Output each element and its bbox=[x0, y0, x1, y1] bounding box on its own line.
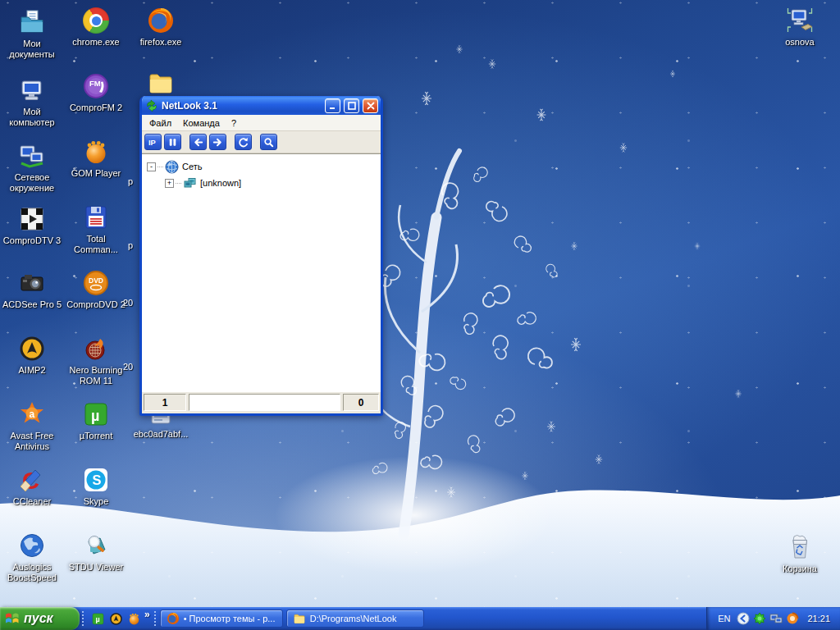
tree-node[interactable]: -Сеть bbox=[144, 158, 379, 175]
desktop-icon-skype[interactable]: SSkype bbox=[64, 466, 128, 507]
icon-label: ComproDTV 3 bbox=[3, 235, 61, 246]
folder-icon bbox=[293, 612, 306, 625]
icon-label: Корзина bbox=[783, 564, 817, 574]
network-places-icon bbox=[18, 142, 46, 170]
clock[interactable]: 21:21 bbox=[807, 614, 830, 623]
system-tray: EN 21:21 bbox=[706, 607, 840, 630]
quicklaunch-gom-player-icon[interactable] bbox=[127, 612, 141, 626]
search-button[interactable] bbox=[260, 134, 277, 150]
skype-icon: S bbox=[82, 466, 110, 494]
icon-label: Мой компьютер bbox=[0, 107, 64, 128]
language-indicator[interactable]: EN bbox=[715, 613, 733, 624]
desktop-icon-my-documents[interactable]: Мои документы bbox=[0, 8, 64, 60]
expand-expander[interactable]: + bbox=[165, 179, 174, 188]
forward-button[interactable] bbox=[209, 134, 226, 150]
svg-text:FM: FM bbox=[89, 79, 101, 88]
tree-node-label: Сеть bbox=[182, 162, 202, 171]
desktop-icon-aimp[interactable]: AIMP2 bbox=[0, 335, 64, 376]
desktop-icon-network-places[interactable]: Сетевое окружение bbox=[0, 142, 64, 194]
desktop-icon-stdu-viewer[interactable]: STDU Viewer bbox=[64, 532, 128, 573]
desktop-icon-my-computer[interactable]: Мой компьютер bbox=[0, 76, 64, 128]
desktop-icon-chrome[interactable]: chrome.exe bbox=[64, 7, 128, 48]
menu-item-1[interactable]: Файл bbox=[144, 116, 177, 130]
quicklaunch-overflow-chevron[interactable]: » bbox=[144, 607, 152, 620]
auslogics-icon bbox=[18, 532, 46, 559]
menu-item-3[interactable]: ? bbox=[226, 116, 242, 130]
start-button[interactable]: пуск bbox=[0, 607, 80, 630]
desktop-icon-comprofm[interactable]: FMComproFM 2 bbox=[64, 72, 128, 113]
icon-label: Nero Burning ROM 11 bbox=[64, 365, 128, 386]
firefox-icon bbox=[147, 7, 175, 34]
menu-item-2[interactable]: Команда bbox=[177, 116, 226, 130]
svg-text:µ: µ bbox=[91, 408, 99, 424]
tray-gom-tray-icon[interactable] bbox=[786, 612, 799, 625]
quicklaunch-drag-handle[interactable] bbox=[82, 611, 85, 626]
collapse-expander[interactable]: - bbox=[147, 162, 156, 171]
desktop-icon-avast[interactable]: aAvast Free Antivirus bbox=[0, 400, 64, 452]
acdsee-icon bbox=[18, 269, 46, 297]
desktop-icon-comprodvd[interactable]: DVDComproDVD 2 bbox=[64, 269, 128, 310]
my-computer-icon bbox=[18, 76, 46, 104]
icon-label: Total Comman... bbox=[64, 234, 128, 255]
desktop-icon-total-commander[interactable]: Total Comman... bbox=[64, 203, 128, 255]
quick-launch-bar: µ bbox=[88, 607, 144, 630]
icon-label: Avast Free Antivirus bbox=[0, 431, 64, 452]
desktop-icon-utorrent[interactable]: µµTorrent bbox=[64, 400, 128, 441]
desktop-icon-folder[interactable] bbox=[129, 69, 193, 97]
quicklaunch-utorrent-icon[interactable]: µ bbox=[91, 612, 105, 626]
icon-label: AIMP2 bbox=[18, 365, 45, 376]
minimize-button[interactable] bbox=[325, 98, 340, 113]
utorrent-icon: µ bbox=[82, 400, 110, 428]
icon-label: ebc0ad7abf... bbox=[134, 429, 189, 440]
tree-node[interactable]: +[unknown] bbox=[144, 175, 379, 191]
ccleaner-icon: C bbox=[18, 466, 46, 494]
desktop-icon-auslogics[interactable]: Auslogics BoostSpeed bbox=[0, 532, 64, 583]
refresh-button[interactable] bbox=[235, 134, 252, 150]
taskbar-button-1[interactable]: • Просмотр темы - р... bbox=[160, 609, 283, 628]
netlook-window: NetLook 3.1 ФайлКоманда? IP -Сеть+[unkno… bbox=[139, 96, 383, 416]
taskbar-button-2[interactable]: D:\Programs\NetLook bbox=[286, 609, 424, 628]
icon-label: Auslogics BoostSpeed bbox=[0, 562, 64, 583]
window-titlebar[interactable]: NetLook 3.1 bbox=[142, 96, 381, 115]
icon-label: Skype bbox=[84, 496, 109, 507]
osnova-icon bbox=[786, 7, 814, 34]
tray-green-agent-icon[interactable] bbox=[753, 612, 766, 625]
quicklaunch-aimp-icon[interactable] bbox=[109, 612, 123, 626]
network-tree: -Сеть+[unknown] bbox=[142, 153, 381, 392]
icon-label: ACDSee Pro 5 bbox=[2, 299, 62, 310]
pause-button[interactable] bbox=[164, 134, 181, 150]
tray-network-icon[interactable] bbox=[769, 612, 783, 625]
avast-icon: a bbox=[18, 400, 46, 428]
desktop-icon-firefox[interactable]: firefox.exe bbox=[129, 7, 193, 48]
stdu-viewer-icon bbox=[82, 532, 110, 559]
tree-connector bbox=[176, 183, 181, 184]
desktop-icon-acdsee[interactable]: ACDSee Pro 5 bbox=[0, 269, 64, 310]
desktop-icon-gom-player[interactable]: GOM Player bbox=[64, 138, 128, 179]
icon-label: CCleaner bbox=[13, 496, 51, 507]
status-bar: 1 0 bbox=[142, 392, 381, 413]
close-button[interactable] bbox=[363, 98, 378, 113]
desktop-icon-nero[interactable]: Nero Burning ROM 11 bbox=[64, 335, 128, 386]
computers-icon bbox=[183, 176, 197, 190]
nero-icon bbox=[82, 335, 110, 363]
taskbar-button-label: • Просмотр темы - р... bbox=[184, 614, 276, 623]
back-button[interactable] bbox=[189, 134, 207, 150]
svg-text:IP: IP bbox=[148, 139, 156, 147]
recycle-bin-icon bbox=[786, 533, 814, 561]
desktop-icon-recycle-bin[interactable]: Корзина bbox=[768, 533, 832, 574]
desktop-icon-osnova[interactable]: osnova bbox=[768, 7, 832, 48]
chrome-icon bbox=[82, 7, 110, 34]
desktop-icon-comprodtv[interactable]: ComproDTV 3 bbox=[0, 205, 64, 246]
ip-button[interactable]: IP bbox=[144, 134, 162, 150]
icon-label: Сетевое окружение bbox=[0, 172, 64, 194]
my-documents-icon bbox=[18, 8, 46, 36]
task-buttons: • Просмотр темы - р...D:\Programs\NetLoo… bbox=[160, 607, 424, 630]
netlook-app-icon bbox=[145, 99, 158, 112]
gom-player-icon bbox=[82, 138, 110, 166]
tray-collapse-icon[interactable] bbox=[737, 612, 750, 625]
desktop-icon-ccleaner[interactable]: CCCleaner bbox=[0, 466, 64, 507]
taskbar-button-label: D:\Programs\NetLook bbox=[310, 614, 397, 623]
svg-text:µ: µ bbox=[96, 615, 100, 623]
taskband-drag-handle[interactable] bbox=[154, 611, 158, 626]
maximize-button[interactable] bbox=[344, 98, 359, 113]
